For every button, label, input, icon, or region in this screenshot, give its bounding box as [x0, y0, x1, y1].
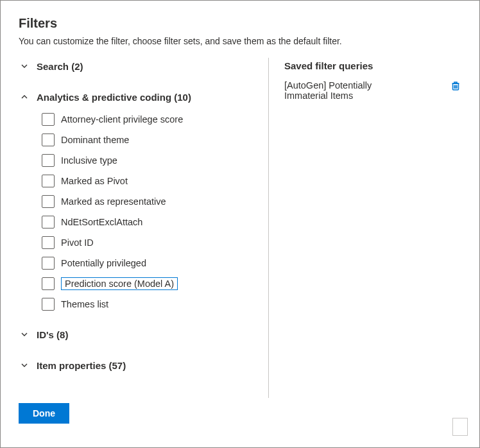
filters-dialog: Filters You can customize the filter, ch…: [0, 0, 480, 448]
done-button[interactable]: Done: [19, 403, 69, 424]
filter-item[interactable]: Marked as representative: [42, 194, 255, 209]
chevron-up-icon: [19, 91, 30, 103]
filter-item[interactable]: Marked as Pivot: [42, 173, 255, 189]
dialog-subtitle: You can customize the filter, choose fil…: [19, 36, 461, 46]
filter-checkbox[interactable]: [42, 277, 55, 290]
chevron-down-icon: [19, 60, 30, 72]
filter-item[interactable]: Themes list: [42, 297, 255, 312]
filter-checkbox[interactable]: [42, 154, 55, 167]
filter-item[interactable]: Inclusive type: [42, 153, 255, 168]
filter-group-label: ID's (8): [37, 329, 68, 340]
filter-group-label: Analytics & predictive coding (10): [37, 92, 191, 103]
svg-rect-5: [454, 82, 457, 83]
filter-group: Search (2): [19, 58, 255, 74]
chevron-down-icon: [19, 359, 30, 371]
filter-checkbox[interactable]: [42, 236, 55, 249]
saved-query-row: [AutoGen] Potentially Immaterial Items: [284, 80, 461, 101]
filter-item-label[interactable]: Marked as Pivot: [61, 176, 128, 186]
dialog-columns: Search (2)Analytics & predictive coding …: [19, 58, 461, 398]
filter-checkbox[interactable]: [42, 216, 55, 228]
filter-checkbox[interactable]: [42, 195, 55, 208]
filter-checkbox[interactable]: [42, 175, 55, 187]
filter-checkbox[interactable]: [42, 298, 55, 311]
filter-checkbox[interactable]: [42, 113, 55, 126]
filter-group-header[interactable]: ID's (8): [19, 326, 255, 343]
filter-group-label: Item properties (57): [37, 360, 126, 371]
filter-checkbox[interactable]: [42, 257, 55, 270]
filter-group-header[interactable]: Item properties (57): [19, 357, 255, 374]
filter-item-label[interactable]: Inclusive type: [61, 155, 117, 166]
filter-checkbox[interactable]: [42, 134, 55, 146]
delete-icon[interactable]: [450, 80, 461, 94]
saved-queries-title: Saved filter queries: [284, 60, 461, 71]
filter-group-header[interactable]: Search (2): [19, 58, 255, 74]
filter-item-label[interactable]: Themes list: [61, 299, 108, 309]
filter-item-label[interactable]: Dominant theme: [61, 135, 129, 145]
filter-group-items: Attorney-client privilege scoreDominant …: [42, 112, 255, 312]
filter-item[interactable]: Prediction score (Model A): [42, 276, 255, 291]
filter-item-label[interactable]: Marked as representative: [61, 196, 166, 207]
chevron-down-icon: [19, 329, 30, 340]
filter-group: ID's (8): [19, 326, 255, 343]
dialog-title: Filters: [19, 16, 461, 31]
filter-group: Analytics & predictive coding (10)Attorn…: [19, 89, 255, 312]
filter-group: Item properties (57): [19, 357, 255, 374]
filter-item[interactable]: Dominant theme: [42, 132, 255, 148]
filter-group-label: Search (2): [37, 61, 83, 72]
saved-queries-column: Saved filter queries [AutoGen] Potential…: [269, 58, 461, 398]
filter-item-label[interactable]: NdEtSortExclAttach: [61, 217, 142, 227]
dialog-footer: Done: [19, 403, 461, 424]
filter-item-label[interactable]: Potentially privileged: [61, 258, 146, 268]
filter-item[interactable]: Pivot ID: [42, 235, 255, 250]
filter-item-label[interactable]: Attorney-client privilege score: [61, 114, 183, 125]
filter-item[interactable]: Potentially privileged: [42, 255, 255, 271]
filter-item-label[interactable]: Pivot ID: [61, 237, 94, 248]
filter-item[interactable]: Attorney-client privilege score: [42, 112, 255, 127]
filter-groups-column: Search (2)Analytics & predictive coding …: [19, 58, 269, 398]
filter-item[interactable]: NdEtSortExclAttach: [42, 214, 255, 230]
filter-group-header[interactable]: Analytics & predictive coding (10): [19, 89, 255, 105]
saved-query-name[interactable]: [AutoGen] Potentially Immaterial Items: [284, 80, 413, 101]
filter-item-label[interactable]: Prediction score (Model A): [61, 277, 178, 290]
resize-handle[interactable]: [452, 418, 468, 436]
